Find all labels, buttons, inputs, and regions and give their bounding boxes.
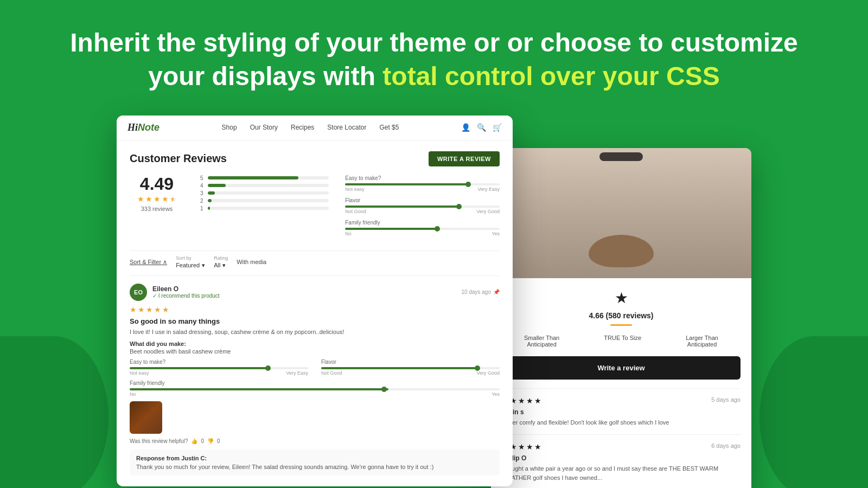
- attr-easy-track: [345, 183, 500, 185]
- review-family-labels: No Yes: [130, 391, 500, 397]
- attr-flavor-fill: [345, 206, 459, 208]
- nav-our-story[interactable]: Our Story: [250, 124, 278, 131]
- s1-star3: ★: [518, 396, 525, 405]
- reviews-summary: 4.49 ★ ★ ★ ★ ★★ 333 reviews 5: [130, 175, 500, 242]
- write-review-button[interactable]: WRITE A REVIEW: [429, 151, 500, 166]
- star-5: ★★: [170, 195, 177, 203]
- shoe-rating-text: 4.66 (580 reviews): [502, 311, 741, 320]
- headline: Inherit the styling of your theme or or …: [54, 26, 814, 94]
- sort-filter-link[interactable]: Sort & Filter ∧: [130, 259, 167, 266]
- pin-icon: 📌: [493, 289, 500, 295]
- rating-group: Rating All ▾: [214, 255, 228, 269]
- bar-track-2: [208, 199, 329, 202]
- review-easy-labels: Not easy Very Easy: [130, 370, 308, 376]
- headline-part4: your displays with: [148, 62, 375, 91]
- shoe-review-1-date: 5 days ago: [711, 396, 741, 403]
- bar-row-1: 1: [200, 206, 329, 211]
- shoe-review-1-header: ★ ★ ★ ★ ★ 5 days ago: [502, 396, 741, 405]
- bar-label-4: 4: [200, 183, 205, 189]
- review-title: So good in so many things: [130, 317, 500, 325]
- rating-label: Rating: [214, 255, 228, 261]
- review-card: EO Eileen O ✓ I recommend this product 1…: [130, 275, 500, 476]
- account-icon[interactable]: 👤: [461, 123, 470, 132]
- review-flavor-track: [321, 367, 500, 369]
- review-easy-track: [130, 367, 308, 369]
- review-family-label: Family friendly: [130, 380, 500, 386]
- star-3: ★: [154, 195, 161, 203]
- shoe-reviewer-2-name: Philip O: [502, 454, 741, 462]
- attr-flavor: Flavor Not Good Very Good: [345, 197, 500, 214]
- nav-store-locator[interactable]: Store Locator: [327, 124, 366, 131]
- nav-recipes[interactable]: Recipes: [291, 124, 314, 131]
- shoe-image-area: [491, 148, 751, 278]
- attr-family-left: No: [345, 231, 352, 236]
- attr-easy-right: Very Easy: [477, 187, 500, 192]
- with-media-filter[interactable]: With media: [237, 259, 266, 265]
- shoe-write-review-button[interactable]: Write a review: [502, 356, 741, 380]
- bar-fill-1: [208, 207, 210, 210]
- shoe-review-divider: [502, 388, 741, 389]
- attr-easy-left: Not easy: [345, 187, 365, 192]
- headline-part3: choose to customize: [540, 28, 798, 57]
- review-easy-left: Not easy: [130, 370, 149, 376]
- headline-highlight: total control over your CSS: [382, 62, 719, 91]
- what-made-label: What did you make:: [130, 341, 500, 347]
- helpful-no-count: 0: [217, 438, 220, 444]
- star-1: ★: [137, 195, 144, 203]
- rating-stars: ★ ★ ★ ★ ★★: [130, 195, 184, 203]
- sort-select[interactable]: Featured ▾: [176, 262, 205, 269]
- cart-icon[interactable]: 🛒: [493, 123, 502, 132]
- review-date-text: 10 days ago: [462, 289, 492, 295]
- response-box: Response from Justin C: Thank you so muc…: [130, 450, 500, 476]
- nav-get5[interactable]: Get $5: [379, 124, 399, 131]
- s2-star5: ★: [534, 442, 541, 451]
- review-flavor-left: Not Good: [321, 370, 342, 376]
- review-attr-family: Family friendly No Yes: [130, 380, 500, 397]
- nav-links: Shop Our Story Recipes Store Locator Get…: [222, 124, 399, 131]
- bar-track-1: [208, 207, 329, 210]
- r-star-5: ★: [162, 305, 169, 314]
- nav-shop[interactable]: Shop: [222, 124, 237, 131]
- review-date: 10 days ago 📌: [462, 289, 500, 295]
- what-made-value: Beet noodles with basil cashew crème: [130, 348, 500, 355]
- reviewer-info: Eileen O ✓ I recommend this product: [152, 285, 220, 299]
- screenshots-container: HiNote Shop Our Story Recipes Store Loca…: [0, 115, 868, 488]
- r-star-1: ★: [130, 305, 137, 314]
- shoe-review-divider-2: [502, 434, 741, 435]
- review-flavor-fill: [321, 367, 478, 369]
- rating-bars: 5 4 3: [200, 175, 329, 242]
- review-image: [130, 401, 162, 434]
- phone-notch: [599, 152, 643, 161]
- rating-number: 4.49: [130, 175, 184, 192]
- reviewer-avatar: EO: [130, 284, 147, 301]
- bar-row-3: 3: [200, 190, 329, 196]
- r-star-4: ★: [154, 305, 161, 314]
- filters-row: Sort & Filter ∧ Sort by Featured ▾ Ratin…: [130, 251, 500, 269]
- review-attr-flavor: Flavor Not Good Very Good: [321, 359, 500, 376]
- shoe-review-2: ★ ★ ★ ★ ★ 6 days ago Philip O I bought a…: [502, 442, 741, 482]
- response-from: Response from Justin C:: [136, 455, 493, 461]
- review-attrs: Easy to make? Not easy Very Easy Flavor: [130, 359, 500, 376]
- header-section: Inherit the styling of your theme or or …: [0, 0, 868, 115]
- review-easy-fill: [130, 367, 269, 369]
- sort-label: Sort by: [176, 255, 205, 261]
- review-family-right: Yes: [492, 391, 500, 397]
- review-flavor-label: Flavor: [321, 359, 500, 365]
- thumbs-up-icon[interactable]: 👍: [191, 438, 197, 444]
- star-2: ★: [145, 195, 152, 203]
- s1-star5: ★: [534, 396, 541, 405]
- review-easy-label: Easy to make?: [130, 359, 308, 365]
- bar-row-5: 5: [200, 175, 329, 181]
- shoe-divider: [610, 324, 632, 326]
- nav-logo: HiNote: [127, 122, 159, 133]
- reviews-title: Customer Reviews: [130, 152, 227, 165]
- headline-part1: Inherit the styling of your theme: [70, 28, 467, 57]
- rating-select[interactable]: All ▾: [214, 262, 228, 269]
- headline-part2: or: [507, 28, 533, 57]
- review-family-track: [130, 388, 500, 390]
- r-star-2: ★: [138, 305, 145, 314]
- search-icon[interactable]: 🔍: [477, 123, 486, 132]
- attr-family-labels: No Yes: [345, 231, 500, 236]
- thumbs-down-icon[interactable]: 👎: [207, 438, 214, 444]
- sort-group: Sort by Featured ▾: [176, 255, 205, 269]
